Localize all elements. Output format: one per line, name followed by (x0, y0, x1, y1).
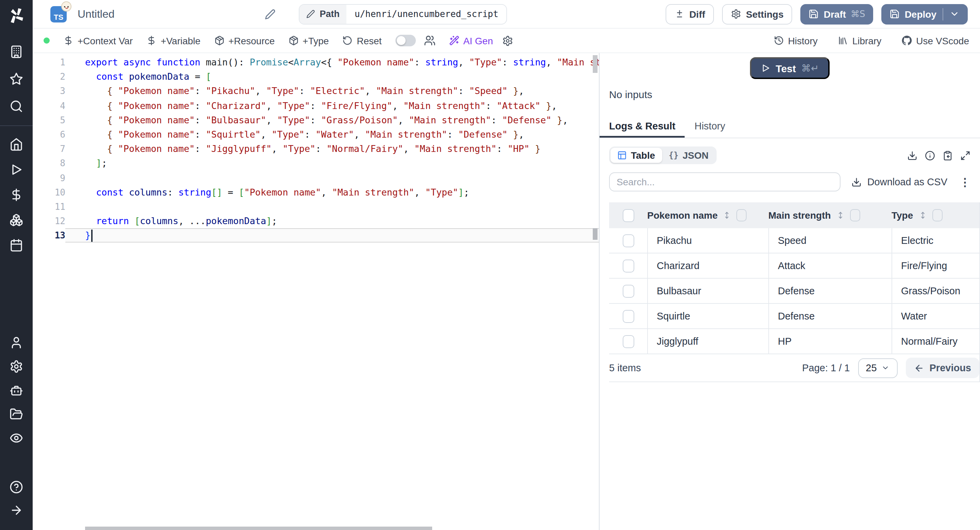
draft-button[interactable]: Draft ⌘S (801, 4, 873, 24)
page-size-select[interactable]: 25 (858, 358, 898, 378)
sidebar-item-star-icon[interactable] (10, 65, 23, 93)
code-line-2[interactable]: 2 const pokemonData = [ (33, 69, 599, 84)
select-all-checkbox[interactable] (622, 209, 634, 222)
code-text[interactable]: } (65, 228, 599, 243)
code-text[interactable]: { "Pokemon name": "Charizard", "Type": "… (65, 99, 599, 113)
code-line-13[interactable]: 13} (33, 228, 599, 243)
code-line-7[interactable]: 7 { "Pokemon name": "Jigglypuff", "Type"… (33, 142, 599, 156)
code-line-5[interactable]: 5 { "Pokemon name": "Bulbasaur", "Type":… (33, 113, 599, 128)
code-line-10[interactable]: 10 const columns: string[] = ["Pokemon n… (33, 185, 599, 199)
code-text[interactable]: ]; (65, 156, 599, 171)
history-button[interactable]: History (774, 35, 818, 46)
sidebar-item-eye-icon[interactable] (10, 426, 23, 450)
ai-gen-button[interactable]: AI Gen (449, 35, 493, 46)
sidebar-item-gear-icon[interactable] (10, 354, 23, 378)
code-text[interactable]: { "Pokemon name": "Bulbasaur", "Type": "… (65, 113, 599, 128)
download-result-icon[interactable] (907, 150, 917, 160)
sidebar-item-search-icon[interactable] (10, 93, 23, 120)
more-options-icon[interactable]: ⋮ (959, 176, 970, 188)
add-resource-button[interactable]: +Resource (214, 35, 275, 46)
code-editor[interactable]: 1export async function main(): Promise<A… (33, 53, 600, 530)
editor-vertical-scrollbar[interactable] (593, 55, 598, 73)
add-type-button[interactable]: +Type (288, 35, 329, 46)
code-line-8[interactable]: 8 ]; (33, 156, 599, 171)
code-text[interactable]: return [columns, ...pokemonData]; (65, 214, 599, 228)
path-value[interactable]: u/henri/unencumbered_script (347, 9, 507, 19)
save-icon (890, 9, 900, 19)
sidebar-item-folder-icon[interactable] (10, 402, 23, 426)
sidebar-item-boxes-icon[interactable] (10, 207, 23, 232)
sidebar-item-calendar-icon[interactable] (10, 232, 23, 257)
table-row[interactable]: JigglypuffHPNormal/Fairy (609, 329, 979, 354)
download-icon (852, 177, 862, 187)
deploy-menu-chevron-icon[interactable] (950, 9, 959, 19)
row-checkbox[interactable] (622, 259, 634, 272)
add-context-var-button[interactable]: +Context Var (63, 35, 133, 46)
deploy-button[interactable]: Deploy (882, 4, 968, 24)
sidebar-item-bot-icon[interactable] (10, 378, 23, 402)
view-json-button[interactable]: {} JSON (662, 148, 715, 163)
code-line-3[interactable]: 3 { "Pokemon name": "Pikachu", "Type": "… (33, 84, 599, 99)
code-line-1[interactable]: 1export async function main(): Promise<A… (33, 55, 599, 69)
test-button[interactable]: Test ⌘↵ (750, 57, 830, 79)
row-checkbox[interactable] (622, 284, 634, 297)
sidebar-item-building-icon[interactable] (10, 38, 23, 65)
windmill-logo-icon[interactable] (8, 7, 25, 24)
table-row[interactable]: SquirtleDefenseWater (609, 304, 979, 329)
info-icon[interactable] (925, 150, 935, 160)
code-text[interactable] (65, 171, 599, 185)
row-checkbox[interactable] (622, 335, 634, 348)
sidebar-item-play-icon[interactable] (10, 157, 23, 182)
add-variable-button[interactable]: +Variable (146, 35, 200, 46)
settings-button[interactable]: Settings (722, 4, 792, 24)
code-text[interactable]: const pokemonData = [ (65, 69, 599, 84)
view-table-button[interactable]: Table (611, 148, 662, 163)
code-text[interactable]: const columns: string[] = ["Pokemon name… (65, 185, 599, 199)
tab-logs-result[interactable]: Logs & Result (600, 118, 685, 137)
code-text[interactable]: { "Pokemon name": "Squirtle", "Type": "W… (65, 128, 599, 142)
code-text[interactable]: { "Pokemon name": "Jigglypuff", "Type": … (65, 142, 599, 156)
code-text[interactable]: export async function main(): Promise<Ar… (65, 55, 599, 69)
sidebar-item-help-icon[interactable] (10, 476, 23, 499)
sort-icon[interactable] (722, 211, 732, 220)
edit-title-icon[interactable] (264, 8, 275, 19)
previous-page-button[interactable]: Previous (906, 358, 980, 378)
search-input[interactable] (609, 172, 840, 192)
expand-icon[interactable] (960, 150, 970, 160)
code-text[interactable] (65, 200, 599, 214)
table-row[interactable]: CharizardAttackFire/Flying (609, 254, 979, 279)
table-row[interactable]: BulbasaurDefenseGrass/Poison (609, 279, 979, 304)
use-vscode-button[interactable]: Use VScode (902, 35, 969, 46)
row-checkbox[interactable] (622, 234, 634, 247)
code-text[interactable]: { "Pokemon name": "Pikachu", "Type": "El… (65, 84, 599, 99)
table-row[interactable]: PikachuSpeedElectric (609, 228, 979, 254)
path-field[interactable]: Path u/henri/unencumbered_script (298, 4, 507, 24)
sidebar (0, 0, 33, 530)
code-line-6[interactable]: 6 { "Pokemon name": "Squirtle", "Type": … (33, 128, 599, 142)
ai-settings-button[interactable] (503, 35, 514, 46)
typescript-badge: TS (50, 6, 67, 22)
collaborators-button[interactable] (424, 35, 436, 46)
multiplayer-toggle[interactable] (395, 35, 416, 46)
editor-horizontal-scrollbar[interactable] (85, 527, 432, 530)
sidebar-item-home-icon[interactable] (10, 131, 23, 157)
library-button[interactable]: Library (838, 35, 882, 46)
sort-icon[interactable] (918, 211, 927, 220)
code-line-11[interactable]: 11 (33, 200, 599, 214)
download-csv-button[interactable]: Download as CSV (852, 176, 947, 187)
code-line-4[interactable]: 4 { "Pokemon name": "Charizard", "Type":… (33, 99, 599, 113)
sort-icon[interactable] (836, 211, 845, 220)
column-pin-handle[interactable] (850, 209, 860, 221)
code-line-12[interactable]: 12 return [columns, ...pokemonData]; (33, 214, 599, 228)
code-line-9[interactable]: 9 (33, 171, 599, 185)
row-checkbox[interactable] (622, 310, 634, 322)
column-pin-handle[interactable] (932, 209, 942, 221)
reset-button[interactable]: Reset (342, 35, 382, 46)
sidebar-item-user-icon[interactable] (10, 330, 23, 354)
sidebar-item-dollar-icon[interactable] (10, 182, 23, 207)
column-pin-handle[interactable] (737, 209, 747, 221)
tab-history[interactable]: History (685, 118, 735, 137)
copy-to-clipboard-icon[interactable] (943, 150, 953, 160)
sidebar-item-arrow-right-icon[interactable] (10, 499, 23, 522)
diff-button[interactable]: Diff (666, 4, 714, 24)
